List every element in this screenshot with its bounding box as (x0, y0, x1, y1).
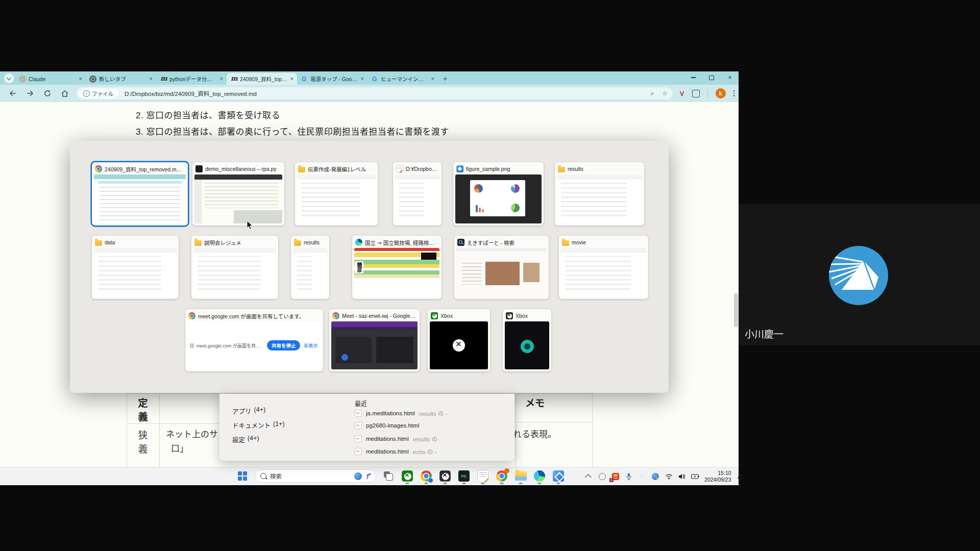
tab-new-tab[interactable]: 新しいタブ × (86, 73, 156, 85)
taskbar-search-box[interactable]: 検索 (255, 469, 376, 483)
task-window-folder-setsumeikai[interactable]: 説明会レジュメ (191, 236, 278, 299)
back-icon[interactable] (8, 89, 17, 98)
task-window-meet-share-toast[interactable]: meet.google.com が画面を共有しています。 meet.google… (185, 309, 323, 371)
task-window-xbox-2[interactable]: Xbox (503, 309, 551, 371)
tab-search-button[interactable] (4, 73, 14, 83)
profile-avatar[interactable]: k (716, 88, 726, 98)
bookmark-star-icon[interactable]: ☆ (662, 90, 668, 97)
volume-indicator[interactable] (678, 472, 686, 481)
markdown-icon (160, 76, 167, 83)
task-window-folder-movie[interactable]: movie (559, 236, 648, 299)
window-title: Meet - saz-enwt-iwj - Google Chr... (342, 313, 416, 319)
search-category-documents[interactable]: ドキュメント (1+) (232, 420, 285, 430)
scrollbar-thumb[interactable] (734, 293, 738, 327)
bell-icon (737, 473, 744, 480)
close-button[interactable]: × (724, 73, 736, 82)
task-window-folder-results[interactable]: results (555, 162, 644, 226)
tab-close-icon[interactable]: × (431, 76, 434, 82)
search-category-apps[interactable]: アプリ (4+) (232, 406, 265, 416)
tab-close-icon[interactable]: × (220, 76, 223, 82)
clock-time: 15:10 (704, 470, 731, 477)
chrome-icon (95, 165, 102, 172)
taskbar-xbox-dark[interactable] (438, 469, 452, 483)
tray-app-ring[interactable] (598, 472, 606, 481)
notifications-bell[interactable] (737, 472, 745, 481)
new-tab-button[interactable]: + (440, 73, 450, 84)
address-bar[interactable]: i ファイル D:/Dropbox/biz/md/240909_資料_top_r… (77, 87, 673, 99)
recent-item[interactable]: meditations.html results の - (355, 435, 441, 443)
reload-icon[interactable] (43, 89, 52, 98)
tab-close-icon[interactable]: × (79, 76, 82, 82)
tray-copilot-sphere[interactable] (651, 472, 659, 481)
taskbar-chrome-meet[interactable] (420, 469, 433, 483)
home-icon[interactable] (60, 89, 69, 98)
navbar-right: V k (680, 87, 734, 99)
taskbar-photos[interactable] (552, 469, 565, 483)
share-toast-message: meet.google.com が画面を共有しています。 (197, 342, 264, 349)
extensions-puzzle-icon[interactable] (692, 90, 700, 97)
tab-240909-md-active[interactable]: 240909_資料_top_removed.md × (227, 73, 297, 85)
tab-close-icon[interactable]: × (150, 76, 153, 82)
recent-item-detail: results の - (419, 409, 448, 417)
task-window-240909-md[interactable]: 240909_資料_top_removed.md -... (92, 162, 188, 226)
maximize-button[interactable] (706, 73, 717, 82)
task-window-ekispert[interactable]: えきすぱーと - 検索 (454, 236, 549, 299)
task-window-folder-denpyo[interactable]: 伝票作成-発展編1レベル (295, 162, 378, 226)
tab-google-search-hci[interactable]: ヒューマンインタフェース - Google Se × (368, 73, 438, 85)
taskbar-chrome[interactable] (495, 469, 508, 483)
task-window-folder-data[interactable]: data (92, 236, 179, 299)
tray-app-red[interactable]: 1 (611, 472, 620, 481)
tray-microphone[interactable] (625, 472, 633, 481)
minimize-button[interactable] (688, 73, 699, 82)
windows-logo-icon (238, 471, 247, 481)
start-button[interactable] (236, 469, 249, 483)
table-border (159, 393, 160, 467)
recent-item[interactable]: pg2680-images.html (355, 422, 423, 429)
tray-clock[interactable]: 15:10 2024/09/23 (704, 470, 731, 483)
hidden-icons-chevron[interactable] (585, 472, 593, 481)
window-title: Xbox (516, 313, 548, 319)
task-window-folder-results-2[interactable]: results (291, 236, 329, 299)
menu-dots-icon[interactable] (733, 90, 735, 96)
tab-close-icon[interactable]: × (290, 76, 293, 82)
forward-icon[interactable] (26, 89, 35, 98)
taskbar-edge[interactable] (533, 469, 546, 483)
tab-close-icon[interactable]: × (361, 76, 364, 82)
taskbar-pycharm[interactable] (457, 469, 471, 483)
task-window-xbox[interactable]: Xbox (428, 309, 490, 371)
extension-v-icon[interactable]: V (680, 90, 684, 97)
recent-item-detail: echo の - (413, 447, 437, 456)
tab-python-seminar[interactable]: pythonデータ分析ゼミ.md × (156, 73, 227, 85)
recent-item[interactable]: ja.meditations.html results の - (355, 409, 447, 417)
window-thumbnail (557, 174, 642, 223)
pycharm-icon (458, 470, 470, 482)
window-title: figure_sample.png (466, 166, 541, 172)
meet-dot-icon (428, 478, 433, 483)
task-view-button[interactable] (382, 469, 395, 483)
taskbar-notepad[interactable] (476, 469, 489, 483)
task-window-figure-sample[interactable]: figure_sample.png (453, 162, 544, 226)
battery-indicator[interactable] (691, 472, 699, 481)
mouse-cursor (247, 220, 253, 232)
search-category-settings[interactable]: 設定 (4+) (232, 435, 259, 444)
table-cell-text: れる表現。 (513, 428, 556, 442)
taskbar-xbox-green[interactable] (401, 469, 414, 483)
wifi-icon (665, 473, 673, 480)
task-window-meet[interactable]: Meet - saz-enwt-iwj - Google Chr... (329, 309, 420, 371)
tray-close-x[interactable]: ✕ (638, 472, 646, 481)
task-window-pycharm[interactable]: demo_miscellaneous – rpa.py (192, 162, 284, 226)
globe-icon (89, 76, 96, 83)
recent-item[interactable]: meditations.html echo の - (355, 447, 436, 456)
task-window-edge-route[interactable]: 国立 ⇒ 国立競技場, 経路検索|駅... 糖尿 (352, 236, 442, 299)
task-window-notepad-dropbox[interactable]: D:¥Dropbox¥bi... (393, 162, 442, 226)
tab-claude[interactable]: Claude × (15, 73, 86, 85)
tab-label: 新しいタブ (99, 75, 147, 83)
window-title: results (304, 239, 326, 245)
stop-sharing-button: 共有を停止 (267, 340, 301, 350)
window-thumbnail: 糖尿 (354, 248, 439, 297)
wifi-indicator[interactable] (665, 472, 673, 481)
taskbar-explorer[interactable] (514, 469, 527, 483)
tab-google-search-power[interactable]: 電源タップ - Google Search × (297, 73, 368, 85)
ring-icon (599, 473, 606, 480)
zoom-icon[interactable]: ⌕ (651, 90, 654, 97)
